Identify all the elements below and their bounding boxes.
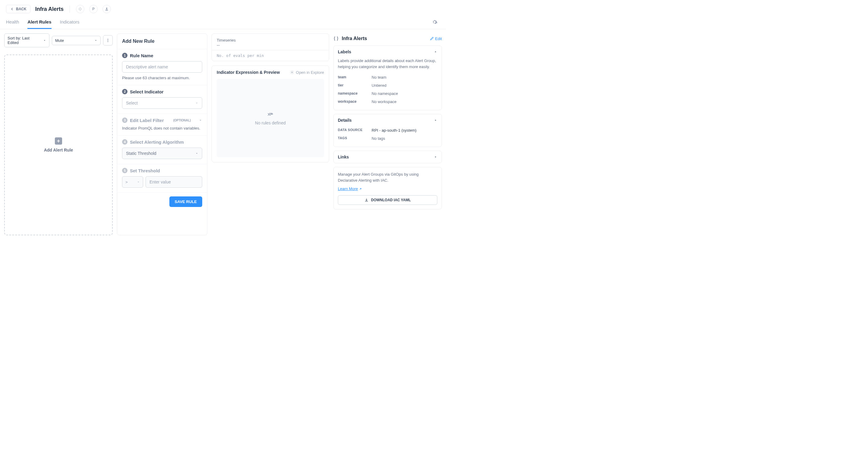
svg-rect-3 xyxy=(80,10,81,10)
settings-gear-button[interactable] xyxy=(429,17,440,28)
optional-badge: (OPTIONAL) xyxy=(173,119,191,122)
open-in-explore-link[interactable]: Open in Explore xyxy=(290,70,324,75)
label-row-tier: tier Untiered xyxy=(338,81,437,90)
learn-more-label: Learn More xyxy=(338,187,358,191)
add-rule-label: Add Alert Rule xyxy=(44,148,73,153)
chevron-down-icon xyxy=(198,118,202,122)
timeseries-label: Timeseries xyxy=(217,38,324,42)
label-row-team: team No team xyxy=(338,73,437,81)
chevron-up-icon xyxy=(434,118,437,122)
detail-value: RPI - ap-south-1 (system) xyxy=(372,128,416,132)
chart-icon xyxy=(267,111,274,118)
user-icon xyxy=(104,7,109,11)
sort-dropdown[interactable]: Sort by: Last Edited xyxy=(4,33,50,47)
download-iac-button[interactable]: DOWNLOAD IAC YAML xyxy=(338,195,437,205)
step2-title: Select Indicator xyxy=(130,89,164,94)
expression-title: Indicator Expression & Preview xyxy=(217,70,280,75)
p-icon-button[interactable]: P xyxy=(89,5,98,13)
step-threshold: 5 Set Threshold > xyxy=(117,164,207,192)
detail-key: TAGS xyxy=(338,136,368,141)
step3-helper: Indicator PromQL does not contain variab… xyxy=(122,126,202,130)
user-icon-button[interactable] xyxy=(102,5,111,13)
step-num-4: 4 xyxy=(122,139,127,145)
tab-indicators[interactable]: Indicators xyxy=(60,16,80,29)
svg-point-6 xyxy=(107,40,108,41)
tabs: Health Alert Rules Indicators xyxy=(6,16,80,29)
edit-label: Edit xyxy=(435,36,442,41)
tab-alert-rules[interactable]: Alert Rules xyxy=(27,16,51,29)
download-label: DOWNLOAD IAC YAML xyxy=(371,198,411,202)
slack-icon[interactable] xyxy=(76,5,84,13)
tab-health[interactable]: Health xyxy=(6,16,19,29)
save-row: SAVE RULE xyxy=(117,192,207,211)
plus-icon: + xyxy=(55,137,62,145)
svg-rect-2 xyxy=(81,9,82,9)
chevron-down-icon xyxy=(43,39,46,42)
more-menu-button[interactable] xyxy=(103,35,113,45)
sidebar-title: Infra Alerts xyxy=(342,36,367,41)
pencil-icon xyxy=(430,36,434,41)
step-algorithm: 4 Select Alerting Algorithm Static Thres… xyxy=(117,135,207,164)
label-value: Untiered xyxy=(372,83,386,88)
rules-column: Sort by: Last Edited Mute + Add Alert Ru… xyxy=(4,33,113,235)
links-card: Links xyxy=(333,151,442,163)
dots-vertical-icon xyxy=(106,38,110,42)
svg-point-4 xyxy=(106,7,107,9)
back-button[interactable]: BACK xyxy=(6,5,30,13)
add-alert-rule-box[interactable]: + Add Alert Rule xyxy=(4,55,113,235)
sidebar-head: Infra Alerts Edit xyxy=(333,33,442,45)
labels-card-head[interactable]: Labels xyxy=(334,46,441,58)
add-rule-panel: Add New Rule 1 Rule Name Please use 63 c… xyxy=(117,33,207,235)
chevron-down-icon xyxy=(195,101,198,104)
labels-title: Labels xyxy=(338,50,351,54)
chevron-up-icon xyxy=(434,50,437,54)
label-key: team xyxy=(338,75,368,80)
step-num-1: 1 xyxy=(122,53,127,58)
sort-label: Sort by: Last Edited xyxy=(7,36,41,45)
links-card-head[interactable]: Links xyxy=(334,151,441,163)
gitops-card: Manage your Alert Groups via GitOps by u… xyxy=(333,167,442,210)
gear-icon xyxy=(290,70,294,74)
tabs-row: Health Alert Rules Indicators xyxy=(0,16,446,29)
threshold-op: > xyxy=(125,180,128,184)
mute-dropdown[interactable]: Mute xyxy=(52,36,101,45)
download-icon xyxy=(364,198,369,202)
rule-name-input[interactable] xyxy=(122,61,202,73)
slack-glyph-icon xyxy=(78,7,82,11)
chevron-down-icon xyxy=(195,152,198,155)
threshold-value-input[interactable] xyxy=(146,176,202,188)
save-rule-button[interactable]: SAVE RULE xyxy=(169,196,202,207)
step-select-indicator: 2 Select Indicator Select xyxy=(117,85,207,114)
expression-preview-panel: Indicator Expression & Preview Open in E… xyxy=(212,65,329,162)
label-key: namespace xyxy=(338,91,368,96)
back-label: BACK xyxy=(16,7,27,11)
external-link-icon xyxy=(359,187,362,190)
evals-label: No. of evals per min xyxy=(212,50,329,61)
algorithm-select[interactable]: Static Threshold xyxy=(122,148,202,159)
indicator-select[interactable]: Select xyxy=(122,97,202,109)
panel-title: Add New Rule xyxy=(117,34,207,49)
label-value: No team xyxy=(372,75,386,80)
svg-point-5 xyxy=(107,39,108,39)
svg-rect-1 xyxy=(80,7,81,8)
svg-point-7 xyxy=(107,41,108,42)
divider xyxy=(70,5,70,13)
step5-title: Set Threshold xyxy=(130,168,160,173)
page-title: Infra Alerts xyxy=(35,6,64,12)
arrow-left-icon xyxy=(10,7,14,11)
edit-link[interactable]: Edit xyxy=(430,36,442,41)
details-title: Details xyxy=(338,118,352,123)
details-card-head[interactable]: Details xyxy=(334,114,441,126)
label-key: workspace xyxy=(338,99,368,104)
timeseries-value: -- xyxy=(217,42,324,47)
threshold-operator-select[interactable]: > xyxy=(122,176,143,188)
gear-icon xyxy=(432,19,438,25)
links-title: Links xyxy=(338,155,349,159)
label-value: No namespace xyxy=(372,91,398,96)
learn-more-link[interactable]: Learn More xyxy=(338,187,362,191)
sort-row: Sort by: Last Edited Mute xyxy=(4,33,113,47)
rule-name-helper: Please use 63 characters at maximum. xyxy=(122,75,202,80)
preview-empty-state: No rules defined xyxy=(217,79,324,157)
step1-title: Rule Name xyxy=(130,53,153,58)
page-header: BACK Infra Alerts P xyxy=(0,0,446,16)
